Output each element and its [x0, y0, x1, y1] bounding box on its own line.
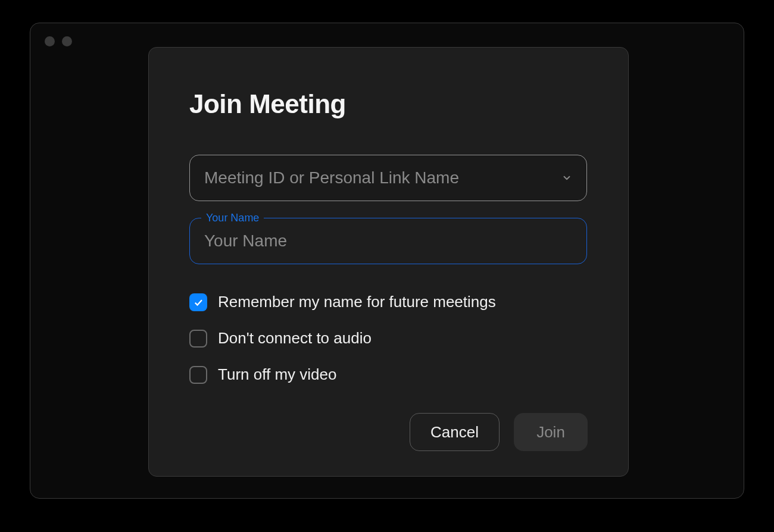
option-no-audio-label: Don't connect to audio	[218, 329, 372, 348]
meeting-id-input[interactable]	[204, 168, 555, 187]
join-button[interactable]: Join	[514, 413, 588, 451]
window-controls	[45, 36, 72, 46]
minimize-window-button[interactable]	[62, 36, 72, 46]
app-window: Join Meeting Your Name Remember my name …	[30, 23, 744, 499]
checkbox-no-video[interactable]	[189, 366, 207, 384]
option-remember-name-label: Remember my name for future meetings	[218, 293, 496, 311]
join-meeting-dialog: Join Meeting Your Name Remember my name …	[148, 47, 629, 477]
dialog-button-row: Cancel Join	[410, 413, 588, 451]
name-field-wrap: Your Name	[189, 218, 588, 264]
cancel-button[interactable]: Cancel	[410, 413, 500, 451]
dialog-title: Join Meeting	[189, 89, 588, 119]
option-no-video[interactable]: Turn off my video	[189, 365, 588, 384]
option-no-video-label: Turn off my video	[218, 365, 336, 384]
name-input[interactable]	[189, 218, 587, 264]
name-floating-label: Your Name	[201, 212, 264, 224]
option-no-audio[interactable]: Don't connect to audio	[189, 329, 588, 348]
meeting-id-combobox[interactable]	[189, 155, 587, 201]
chevron-down-icon[interactable]	[561, 173, 572, 183]
checkbox-no-audio[interactable]	[189, 330, 207, 348]
meeting-id-field-wrap	[189, 155, 588, 201]
option-remember-name[interactable]: Remember my name for future meetings	[189, 293, 588, 311]
checkbox-remember-name[interactable]	[189, 293, 207, 311]
close-window-button[interactable]	[45, 36, 55, 46]
